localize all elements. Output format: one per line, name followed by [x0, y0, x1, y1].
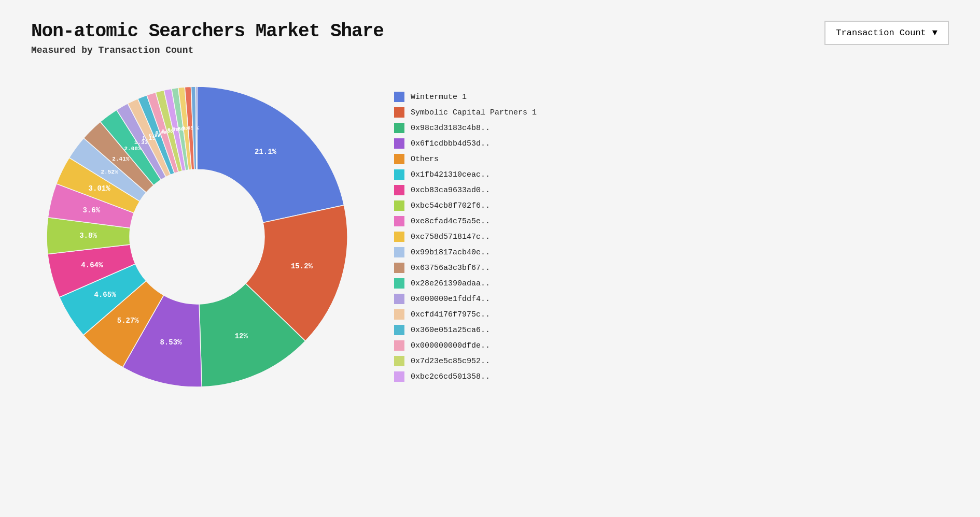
legend-color-swatch	[394, 340, 404, 351]
legend-color-swatch	[394, 123, 404, 133]
chart-label: 3.8%	[79, 232, 97, 240]
legend-item: 0xc758d5718147c..	[394, 232, 537, 242]
chart-label: 2.52%	[101, 169, 118, 175]
chart-label: 5.27%	[117, 317, 139, 325]
legend-item: 0xbc2c6cd501358..	[394, 371, 537, 382]
legend-item: 0x1fb421310ceac..	[394, 169, 537, 180]
legend-item: 0x98c3d3183c4b8..	[394, 123, 537, 133]
legend-item: Symbolic Capital Partners 1	[394, 107, 537, 118]
page: Non-atomic Searchers Market Share Measur…	[0, 0, 980, 517]
legend-label: 0x28e261390adaa..	[411, 279, 490, 288]
chart-label: 21.1%	[255, 148, 277, 156]
legend-color-swatch	[394, 138, 404, 149]
legend-color-swatch	[394, 263, 404, 273]
legend-item: Wintermute 1	[394, 92, 537, 102]
legend-item: 0x63756a3c3bf67..	[394, 263, 537, 273]
legend-item: 0x28e261390adaa..	[394, 278, 537, 289]
legend-color-swatch	[394, 200, 404, 211]
main-title: Non-atomic Searchers Market Share	[31, 21, 384, 42]
legend-color-swatch	[394, 232, 404, 242]
legend-label: 0x99b1817acb40e..	[411, 248, 490, 257]
donut-chart: 21.1%15.2%12%8.53%5.27%4.65%4.64%3.8%3.6…	[31, 71, 363, 403]
legend-label: Wintermute 1	[411, 93, 467, 102]
legend-item: 0x99b1817acb40e..	[394, 247, 537, 257]
legend-color-swatch	[394, 371, 404, 382]
chart-label: 3.01%	[89, 184, 111, 193]
legend-label: 0x000000000dfde..	[411, 341, 490, 350]
legend-label: 0xc758d5718147c..	[411, 233, 490, 241]
legend-color-swatch	[394, 309, 404, 320]
legend: Wintermute 1Symbolic Capital Partners 10…	[394, 92, 537, 382]
legend-label: 0xbc54cb8f702f6..	[411, 202, 490, 210]
legend-color-swatch	[394, 356, 404, 366]
legend-color-swatch	[394, 278, 404, 289]
chart-label: 3.6%	[82, 206, 100, 214]
header: Non-atomic Searchers Market Share Measur…	[31, 21, 949, 55]
chevron-down-icon: ▼	[932, 28, 937, 38]
legend-color-swatch	[394, 216, 404, 226]
chart-label: 8.53%	[160, 338, 182, 347]
legend-item: 0x7d23e5c85c952..	[394, 356, 537, 366]
legend-label: Others	[411, 155, 439, 164]
legend-color-swatch	[394, 325, 404, 335]
legend-item: 0x000000000dfde..	[394, 340, 537, 351]
chart-label: 2.08%	[124, 146, 141, 152]
legend-color-swatch	[394, 154, 404, 164]
legend-item: 0xe8cfad4c75a5e..	[394, 216, 537, 226]
legend-label: 0xe8cfad4c75a5e..	[411, 217, 490, 226]
legend-color-swatch	[394, 92, 404, 102]
legend-item: 0x000000e1fddf4..	[394, 294, 537, 304]
legend-item: 0xcfd4176f7975c..	[394, 309, 537, 320]
chart-label: 12%	[235, 332, 248, 340]
chart-svg: 21.1%15.2%12%8.53%5.27%4.65%4.64%3.8%3.6…	[31, 71, 363, 403]
legend-label: 0x000000e1fddf4..	[411, 295, 490, 304]
chart-label: 2.41%	[112, 156, 129, 162]
legend-label: 0x6f1cdbbb4d53d..	[411, 139, 490, 148]
legend-label: Symbolic Capital Partners 1	[411, 108, 537, 117]
subtitle: Measured by Transaction Count	[31, 45, 384, 55]
legend-label: 0x98c3d3183c4b8..	[411, 124, 490, 133]
chart-label: 4.64%	[81, 261, 103, 269]
legend-label: 0x7d23e5c85c952..	[411, 357, 490, 366]
legend-item: 0x360e051a25ca6..	[394, 325, 537, 335]
content: 21.1%15.2%12%8.53%5.27%4.65%4.64%3.8%3.6…	[31, 71, 949, 403]
legend-color-swatch	[394, 247, 404, 257]
legend-label: 0xcb83ca9633ad0..	[411, 186, 490, 195]
legend-label: 0xcfd4176f7975c..	[411, 310, 490, 319]
legend-label: 0x1fb421310ceac..	[411, 170, 490, 179]
chart-label: 15.2%	[291, 262, 313, 270]
legend-label: 0xbc2c6cd501358..	[411, 372, 490, 381]
legend-color-swatch	[394, 107, 404, 118]
dropdown-label: Transaction Count	[836, 28, 926, 38]
legend-item: Others	[394, 154, 537, 164]
legend-label: 0x360e051a25ca6..	[411, 326, 490, 335]
legend-color-swatch	[394, 294, 404, 304]
legend-label: 0x63756a3c3bf67..	[411, 264, 490, 272]
legend-item: 0x6f1cdbbb4d53d..	[394, 138, 537, 149]
chart-label: 4.65%	[94, 291, 117, 299]
metric-dropdown[interactable]: Transaction Count ▼	[824, 21, 949, 45]
legend-color-swatch	[394, 185, 404, 195]
legend-item: 0xbc54cb8f702f6..	[394, 200, 537, 211]
legend-color-swatch	[394, 169, 404, 180]
legend-item: 0xcb83ca9633ad0..	[394, 185, 537, 195]
title-block: Non-atomic Searchers Market Share Measur…	[31, 21, 384, 55]
